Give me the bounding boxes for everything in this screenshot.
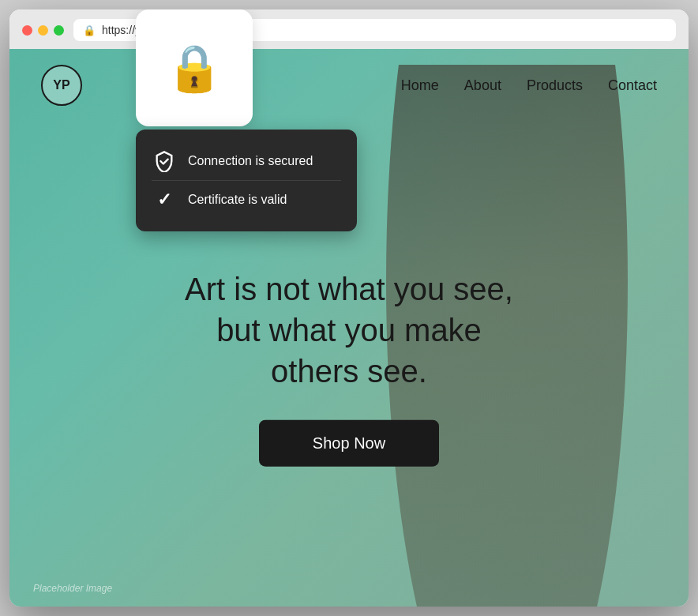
check-icon: ✓ <box>152 187 177 212</box>
browser-chrome: 🔒 https://yourdomain.com/ 🔒 Connection i… <box>9 9 689 49</box>
traffic-lights <box>22 25 64 36</box>
minimize-button[interactable] <box>38 25 48 36</box>
security-item-certificate: ✓ Certificate is valid <box>152 180 341 219</box>
shield-icon <box>152 148 177 174</box>
connection-secured-text: Connection is secured <box>188 154 313 168</box>
security-popup: 🔒 Connection is secured ✓ <box>136 9 357 231</box>
maximize-button[interactable] <box>54 25 64 36</box>
nav-link-about[interactable]: About <box>464 77 501 94</box>
browser-window: 🔒 https://yourdomain.com/ 🔒 Connection i… <box>9 9 689 607</box>
security-dropdown: Connection is secured ✓ Certificate is v… <box>136 130 357 231</box>
hero-content: Art is not what you see, but what you ma… <box>183 269 515 467</box>
lock-icon: 🔒 <box>83 24 96 36</box>
certificate-valid-text: Certificate is valid <box>188 193 287 207</box>
lock-popup-card: 🔒 <box>136 9 253 126</box>
lock-large-icon: 🔒 <box>166 45 223 91</box>
nav-links: Home About Products Contact <box>401 77 657 94</box>
nav-link-home[interactable]: Home <box>401 77 439 94</box>
hero-headline: Art is not what you see, but what you ma… <box>183 269 515 392</box>
watermark: Placeholder Image <box>33 583 112 594</box>
site-logo: YP <box>41 65 82 106</box>
security-item-connection: Connection is secured <box>152 142 341 180</box>
nav-link-contact[interactable]: Contact <box>608 77 657 94</box>
nav-link-products[interactable]: Products <box>527 77 583 94</box>
close-button[interactable] <box>22 25 32 36</box>
shop-now-button[interactable]: Shop Now <box>259 420 439 467</box>
